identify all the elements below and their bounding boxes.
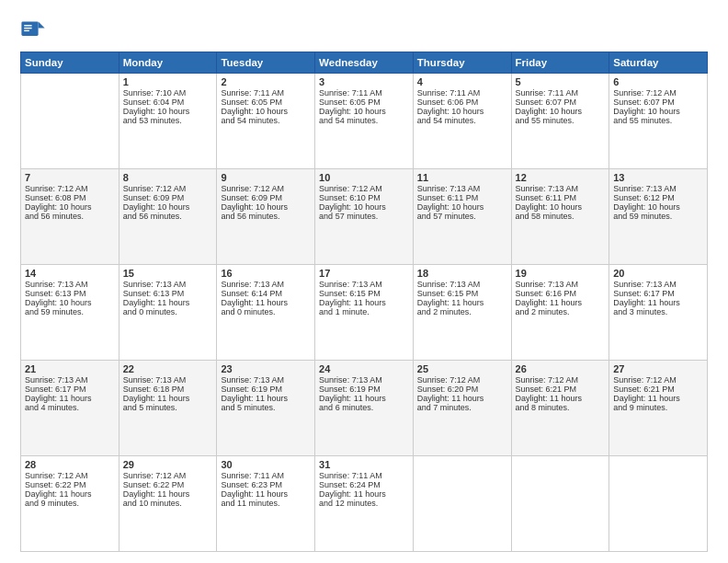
day-info-line: Sunset: 6:12 PM	[613, 193, 703, 202]
svg-rect-4	[24, 30, 29, 31]
day-info-line: and 57 minutes.	[319, 212, 409, 221]
calendar-cell: 14Sunrise: 7:13 AMSunset: 6:13 PMDayligh…	[21, 265, 119, 361]
calendar-cell: 3Sunrise: 7:11 AMSunset: 6:05 PMDaylight…	[315, 74, 414, 169]
day-number: 12	[516, 172, 606, 183]
day-info-line: and 56 minutes.	[123, 212, 213, 221]
day-info-line: Sunset: 6:07 PM	[613, 98, 703, 107]
day-number: 13	[613, 172, 703, 183]
day-info-line: Daylight: 10 hours	[417, 202, 507, 212]
day-info-line: Sunrise: 7:13 AM	[613, 280, 703, 289]
calendar-cell: 4Sunrise: 7:11 AMSunset: 6:06 PMDaylight…	[413, 74, 511, 169]
calendar-cell: 24Sunrise: 7:13 AMSunset: 6:19 PMDayligh…	[315, 361, 414, 456]
day-info-line: Sunset: 6:07 PM	[516, 98, 606, 107]
calendar-week-5: 28Sunrise: 7:12 AMSunset: 6:22 PMDayligh…	[21, 456, 708, 552]
calendar-cell: 13Sunrise: 7:13 AMSunset: 6:12 PMDayligh…	[609, 169, 708, 265]
weekday-wednesday: Wednesday	[315, 52, 414, 74]
day-info-line: and 56 minutes.	[25, 212, 115, 221]
day-info-line: and 7 minutes.	[417, 403, 507, 412]
day-info-line: Daylight: 11 hours	[319, 298, 409, 307]
weekday-sunday: Sunday	[21, 52, 119, 74]
day-info-line: and 55 minutes.	[516, 116, 606, 125]
day-info-line: Sunset: 6:18 PM	[123, 385, 213, 394]
calendar-cell: 31Sunrise: 7:11 AMSunset: 6:24 PMDayligh…	[315, 456, 414, 552]
day-info-line: Daylight: 10 hours	[613, 107, 703, 116]
calendar-cell: 17Sunrise: 7:13 AMSunset: 6:15 PMDayligh…	[315, 265, 414, 361]
logo-icon	[20, 17, 46, 42]
day-number: 6	[613, 76, 703, 87]
day-info-line: Sunset: 6:05 PM	[221, 98, 311, 107]
day-info-line: Sunrise: 7:11 AM	[516, 88, 606, 98]
day-info-line: Daylight: 11 hours	[221, 489, 311, 499]
calendar-cell: 26Sunrise: 7:12 AMSunset: 6:21 PMDayligh…	[511, 361, 609, 456]
day-info-line: and 0 minutes.	[221, 307, 311, 316]
day-info-line: Sunrise: 7:13 AM	[319, 375, 409, 385]
day-info-line: and 9 minutes.	[25, 499, 115, 508]
day-number: 23	[221, 363, 311, 374]
day-number: 26	[516, 363, 606, 374]
svg-marker-1	[39, 22, 45, 29]
day-number: 4	[417, 76, 507, 87]
day-number: 18	[417, 268, 507, 279]
day-info-line: Sunrise: 7:12 AM	[123, 184, 213, 193]
day-info-line: Sunrise: 7:13 AM	[25, 375, 115, 385]
day-info-line: Sunset: 6:15 PM	[319, 289, 409, 298]
day-number: 9	[221, 172, 311, 183]
calendar-cell: 18Sunrise: 7:13 AMSunset: 6:15 PMDayligh…	[413, 265, 511, 361]
day-info-line: Sunset: 6:19 PM	[319, 385, 409, 394]
day-info-line: Sunrise: 7:13 AM	[25, 280, 115, 289]
day-info-line: Daylight: 11 hours	[516, 394, 606, 403]
day-info-line: Daylight: 11 hours	[417, 394, 507, 403]
day-info-line: Daylight: 10 hours	[319, 202, 409, 212]
day-info-line: Sunset: 6:08 PM	[25, 193, 115, 202]
day-info-line: Daylight: 11 hours	[123, 394, 213, 403]
day-info-line: Sunrise: 7:13 AM	[123, 280, 213, 289]
day-info-line: Daylight: 11 hours	[123, 298, 213, 307]
calendar-cell: 23Sunrise: 7:13 AMSunset: 6:19 PMDayligh…	[217, 361, 315, 456]
calendar-cell: 30Sunrise: 7:11 AMSunset: 6:23 PMDayligh…	[217, 456, 315, 552]
day-info-line: and 5 minutes.	[123, 403, 213, 412]
calendar-cell: 12Sunrise: 7:13 AMSunset: 6:11 PMDayligh…	[511, 169, 609, 265]
day-info-line: Sunset: 6:22 PM	[123, 480, 213, 489]
weekday-monday: Monday	[119, 52, 217, 74]
calendar-cell: 21Sunrise: 7:13 AMSunset: 6:17 PMDayligh…	[21, 361, 119, 456]
day-info-line: Sunrise: 7:11 AM	[221, 88, 311, 98]
day-number: 11	[417, 172, 507, 183]
calendar-cell: 16Sunrise: 7:13 AMSunset: 6:14 PMDayligh…	[217, 265, 315, 361]
svg-rect-2	[24, 25, 31, 26]
day-info-line: Daylight: 11 hours	[417, 298, 507, 307]
day-info-line: Daylight: 11 hours	[613, 394, 703, 403]
day-info-line: Sunrise: 7:13 AM	[221, 280, 311, 289]
day-number: 29	[123, 459, 213, 470]
day-info-line: Sunset: 6:09 PM	[221, 193, 311, 202]
calendar-cell: 5Sunrise: 7:11 AMSunset: 6:07 PMDaylight…	[511, 74, 609, 169]
day-info-line: Daylight: 11 hours	[123, 489, 213, 499]
calendar-table: SundayMondayTuesdayWednesdayThursdayFrid…	[20, 52, 708, 552]
day-info-line: Daylight: 11 hours	[25, 394, 115, 403]
day-info-line: Sunrise: 7:12 AM	[613, 375, 703, 385]
day-info-line: Sunset: 6:11 PM	[516, 193, 606, 202]
day-info-line: and 5 minutes.	[221, 403, 311, 412]
day-number: 20	[613, 268, 703, 279]
day-info-line: Sunrise: 7:13 AM	[516, 280, 606, 289]
day-info-line: Daylight: 10 hours	[25, 202, 115, 212]
calendar-header	[20, 17, 708, 42]
day-info-line: Sunrise: 7:12 AM	[319, 184, 409, 193]
day-number: 28	[25, 459, 115, 470]
calendar-cell: 7Sunrise: 7:12 AMSunset: 6:08 PMDaylight…	[21, 169, 119, 265]
calendar-week-1: 1Sunrise: 7:10 AMSunset: 6:04 PMDaylight…	[21, 74, 708, 169]
day-number: 3	[319, 76, 409, 87]
day-info-line: and 11 minutes.	[221, 499, 311, 508]
calendar-cell	[21, 74, 119, 169]
day-info-line: and 1 minute.	[319, 307, 409, 316]
day-info-line: Sunrise: 7:13 AM	[516, 184, 606, 193]
day-number: 17	[319, 268, 409, 279]
day-info-line: and 9 minutes.	[613, 403, 703, 412]
day-number: 25	[417, 363, 507, 374]
day-info-line: Daylight: 10 hours	[221, 107, 311, 116]
day-info-line: Sunrise: 7:10 AM	[123, 88, 213, 98]
calendar-cell: 2Sunrise: 7:11 AMSunset: 6:05 PMDaylight…	[217, 74, 315, 169]
day-info-line: Daylight: 10 hours	[221, 202, 311, 212]
weekday-friday: Friday	[511, 52, 609, 74]
weekday-saturday: Saturday	[609, 52, 708, 74]
day-number: 16	[221, 268, 311, 279]
